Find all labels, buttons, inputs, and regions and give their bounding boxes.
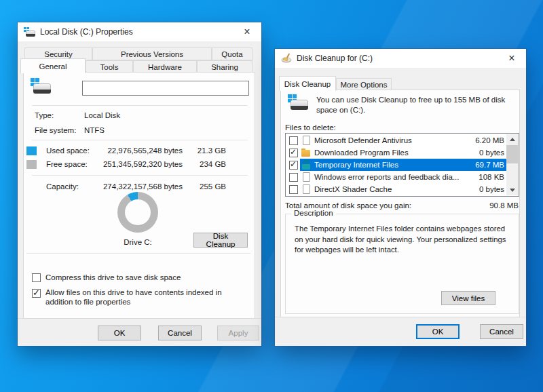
properties-dialog: Local Disk (C:) Properties × Security Pr… [18, 22, 261, 346]
description-text: The Temporary Internet Files folder cont… [295, 224, 513, 256]
list-item[interactable]: Downloaded Program Files0 bytes [286, 146, 506, 159]
free-space-label: Free space: [46, 160, 88, 168]
list-item[interactable]: Windows error reports and feedback dia..… [286, 171, 506, 183]
file-icon [301, 184, 311, 194]
type-value: Local Disk [84, 111, 120, 119]
free-space-bytes: 251,345,592,320 bytes [85, 160, 183, 168]
disk-usage-donut-chart [117, 192, 158, 233]
dialog-title: Disk Cleanup for (C:) [297, 54, 373, 63]
folder-icon [301, 148, 311, 157]
view-files-button[interactable]: View files [441, 291, 495, 305]
cleanup-titlebar: Disk Cleanup for (C:) × [275, 49, 526, 68]
used-space-size: 21.3 GB [174, 146, 226, 155]
tab-quota[interactable]: Quota [212, 47, 252, 60]
ok-button[interactable]: OK [416, 324, 460, 339]
files-to-delete-list: Microsoft Defender Antivirus6.20 MB Down… [285, 133, 519, 197]
ok-button[interactable]: OK [98, 326, 141, 340]
file-name: Temporary Internet Files [314, 161, 472, 169]
file-name: Downloaded Program Files [314, 149, 476, 157]
drive-icon [288, 94, 308, 112]
disk-cleanup-dialog: Disk Cleanup for (C:) × Disk Cleanup Mor… [275, 49, 526, 346]
apply-button[interactable]: Apply [217, 326, 259, 340]
filesystem-value: NTFS [84, 126, 105, 134]
scroll-up-icon[interactable] [506, 134, 518, 144]
allow-indexing-checkbox[interactable] [32, 289, 41, 298]
file-name: Microsoft Defender Antivirus [314, 136, 472, 144]
volume-label-input[interactable] [82, 81, 249, 96]
file-checkbox[interactable] [289, 173, 298, 182]
description-title: Description [291, 209, 336, 217]
cancel-button[interactable]: Cancel [158, 326, 202, 340]
free-space-size: 234 GB [174, 160, 226, 168]
type-label: Type: [35, 111, 54, 119]
dialog-title: Local Disk (C:) Properties [40, 27, 133, 37]
file-size: 0 bytes [479, 185, 504, 193]
drive-caption: Drive C: [111, 238, 165, 246]
file-size: 69.7 MB [475, 161, 504, 169]
description-groupbox: Description The Temporary Internet Files… [285, 214, 519, 314]
file-checkbox[interactable] [289, 149, 298, 157]
properties-titlebar: Local Disk (C:) Properties × [18, 22, 261, 41]
separator [32, 140, 248, 140]
free-space-swatch [26, 160, 37, 169]
used-space-label: Used space: [46, 146, 90, 155]
file-checkbox[interactable] [289, 185, 298, 194]
separator [32, 105, 248, 106]
file-checkbox[interactable] [289, 161, 298, 170]
file-name: Windows error reports and feedback dia..… [314, 173, 476, 181]
tab-disk-cleanup[interactable]: Disk Cleanup [279, 76, 336, 91]
file-size: 0 bytes [479, 149, 504, 157]
tab-previous-versions[interactable]: Previous Versions [92, 47, 212, 60]
drive-icon [24, 27, 35, 37]
used-space-bytes: 22,976,565,248 bytes [85, 146, 183, 155]
filesystem-label: File system: [35, 126, 76, 134]
capacity-size: 255 GB [174, 182, 226, 191]
file-size: 108 KB [479, 173, 504, 181]
disk-cleanup-button[interactable]: Disk Cleanup [193, 233, 248, 248]
disk-cleanup-tab-page: You can use Disk Cleanup to free up to 1… [280, 90, 520, 317]
list-item[interactable]: DirectX Shader Cache0 bytes [286, 183, 506, 195]
total-gain-value: 90.8 MB [457, 201, 519, 210]
file-checkbox[interactable] [289, 136, 298, 145]
cleanup-intro-text: You can use Disk Cleanup to free up to 1… [316, 95, 521, 115]
cancel-button[interactable]: Cancel [480, 324, 523, 339]
list-item[interactable]: Temporary Internet Files69.7 MB [286, 159, 506, 171]
list-item[interactable]: Microsoft Defender Antivirus6.20 MB [286, 134, 506, 146]
compress-drive-label: Compress this drive to save disk space [45, 273, 181, 281]
used-space-swatch [26, 146, 37, 155]
close-icon[interactable]: × [233, 22, 261, 41]
capacity-bytes: 274,322,157,568 bytes [85, 182, 183, 191]
file-size: 6.20 MB [475, 136, 504, 144]
tab-general[interactable]: General [20, 58, 86, 73]
close-icon[interactable]: × [498, 49, 526, 68]
disk-cleanup-icon [281, 53, 292, 64]
compress-drive-checkbox[interactable] [32, 273, 41, 282]
separator [26, 253, 250, 254]
drive-icon [31, 78, 51, 96]
file-name: DirectX Shader Cache [314, 185, 476, 193]
file-icon [301, 172, 311, 182]
allow-indexing-label: Allow files on this drive to have conten… [45, 288, 250, 307]
capacity-label: Capacity: [46, 182, 79, 191]
files-to-delete-label: Files to delete: [285, 123, 336, 132]
scrollbar[interactable] [506, 134, 518, 195]
separator [32, 175, 248, 176]
scroll-down-icon[interactable] [506, 185, 518, 195]
scrollbar-thumb[interactable] [506, 145, 518, 163]
desktop: Local Disk (C:) Properties × Security Pr… [0, 0, 543, 392]
file-icon [301, 136, 311, 145]
general-tab-page: Type: Local Disk File system: NTFS Used … [23, 72, 255, 319]
lock-icon [301, 160, 311, 170]
